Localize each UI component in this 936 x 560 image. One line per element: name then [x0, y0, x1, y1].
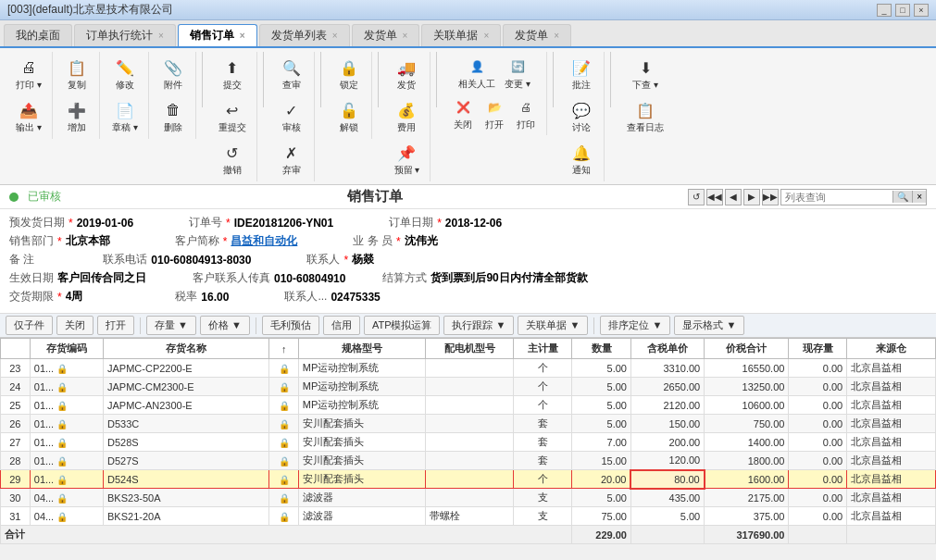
- tab-close-sales-order[interactable]: ×: [240, 31, 245, 41]
- cell-code: 01... 🔒: [30, 452, 103, 470]
- cell-code: 01... 🔒: [30, 415, 103, 433]
- only-children-btn[interactable]: 仅子件: [6, 316, 53, 335]
- view-log-button[interactable]: 📋 查看日志: [622, 96, 668, 137]
- tab-close-related-docs[interactable]: ×: [483, 31, 489, 41]
- last-btn[interactable]: ▶▶: [762, 189, 779, 205]
- related-docs-btn[interactable]: 关联单据 ▼: [518, 316, 588, 335]
- cell-price: 5.00: [630, 507, 704, 526]
- close-doc-button[interactable]: ❌ 关闭: [448, 94, 478, 133]
- related-person-button[interactable]: 👤 相关人工: [455, 54, 499, 93]
- tab-delivery2[interactable]: 发货单 ×: [503, 24, 571, 46]
- cell-unit: 个: [514, 396, 572, 415]
- draft-button[interactable]: 📄 章稿 ▾: [107, 96, 143, 137]
- lock-icon: 🔒: [56, 456, 68, 467]
- cell-name: D527S: [104, 452, 269, 470]
- customer-value[interactable]: 昌益和自动化: [231, 233, 297, 249]
- discuss-button[interactable]: 💬 讨论: [565, 96, 598, 137]
- print-button[interactable]: 🖨 打印 ▾: [11, 54, 46, 94]
- margin-btn[interactable]: 毛利预估: [262, 316, 319, 335]
- toolbar-group-copy: 📋 复制 ➕ 增加: [55, 52, 100, 139]
- tab-close-order-stats[interactable]: ×: [158, 31, 164, 41]
- cell-qty: 5.00: [572, 359, 631, 378]
- add-button[interactable]: ➕ 增加: [60, 96, 94, 137]
- grid-open-btn[interactable]: 打开: [97, 316, 134, 335]
- tab-order-stats[interactable]: 订单执行统计 ×: [74, 24, 176, 46]
- resubmit-button[interactable]: ↩ 重提交: [214, 96, 251, 137]
- table-row[interactable]: 28 01... 🔒 D527S 🔒 安川配套插头 套 15.00 120.00…: [1, 452, 936, 470]
- next-btn[interactable]: ▶: [743, 189, 760, 205]
- close-window-btn[interactable]: ×: [914, 4, 929, 17]
- fee-button[interactable]: 💰 费用: [390, 96, 423, 137]
- refresh-btn[interactable]: ↺: [688, 189, 705, 205]
- delete-icon: 🗑: [162, 99, 184, 121]
- tab-close-delivery2[interactable]: ×: [554, 31, 559, 41]
- table-row[interactable]: 27 01... 🔒 D528S 🔒 安川配套插头 套 7.00 200.00 …: [1, 433, 936, 452]
- annotate-button[interactable]: 📝 批注: [565, 54, 598, 94]
- copy-button[interactable]: 📋 复制: [60, 54, 94, 94]
- tab-delivery[interactable]: 发货单 ×: [352, 24, 420, 46]
- tab-close-delivery[interactable]: ×: [403, 31, 408, 41]
- search-input[interactable]: [781, 190, 892, 205]
- search-button[interactable]: 🔍: [892, 191, 912, 203]
- print-doc-button[interactable]: 🖨 打印: [511, 94, 541, 133]
- toolbar-group-attach: 📎 附件 🗑 删除: [151, 52, 196, 139]
- ship-button[interactable]: 🚚 发货: [390, 54, 423, 94]
- reject-button[interactable]: ✗ 弃审: [275, 139, 308, 180]
- cell-total: 750.00: [705, 415, 789, 433]
- toolbar-group-change: 👤 相关人工 🔄 变更 ▾ ❌ 关闭 📂 打开 🖨 打印: [443, 52, 547, 135]
- unlock-button[interactable]: 🔓 解锁: [332, 96, 366, 137]
- preship-date-field: 预发货日期 * 2019-01-06: [9, 215, 133, 230]
- minimize-btn[interactable]: _: [877, 4, 892, 17]
- tab-my-desk[interactable]: 我的桌面: [4, 24, 72, 46]
- export-button[interactable]: 📤 输出 ▾: [11, 96, 46, 137]
- tab-related-docs[interactable]: 关联单据 ×: [421, 24, 501, 46]
- table-row[interactable]: 26 01... 🔒 D533C 🔒 安川配套插头 套 5.00 150.00 …: [1, 415, 936, 433]
- cell-lock: 🔒: [269, 507, 298, 526]
- search-close-button[interactable]: ×: [912, 191, 926, 203]
- drill-down-button[interactable]: ⬇ 下查 ▾: [628, 54, 663, 94]
- tab-sales-order[interactable]: 销售订单 ×: [178, 24, 257, 46]
- table-row[interactable]: 29 01... 🔒 D524S 🔒 安川配套插头 个 20.00 80.00 …: [1, 470, 936, 489]
- track-btn[interactable]: 执行跟踪 ▼: [443, 316, 514, 335]
- reserve-button[interactable]: 📌 预留 ▾: [390, 139, 425, 180]
- attach-button[interactable]: 📎 附件: [156, 54, 190, 94]
- tab-close-delivery-list[interactable]: ×: [332, 31, 338, 41]
- table-row[interactable]: 23 01... 🔒 JAPMC-CP2200-E 🔒 MP运动控制系统 个 5…: [1, 359, 936, 378]
- maximize-btn[interactable]: □: [895, 4, 910, 17]
- tab-delivery-list[interactable]: 发货单列表 ×: [259, 24, 350, 46]
- submit-button[interactable]: ⬆ 提交: [216, 54, 249, 94]
- cell-name: JAPMC-CP2200-E: [104, 359, 269, 378]
- undo-button[interactable]: ↺ 撤销: [216, 139, 249, 180]
- modify-button[interactable]: ✏️ 修改: [108, 54, 142, 94]
- submit-icon: ⬆: [221, 56, 243, 79]
- check-button[interactable]: 🔍 查审: [275, 54, 308, 94]
- col-header-unit: 主计量: [514, 339, 572, 359]
- notify-button[interactable]: 🔔 通知: [565, 139, 598, 180]
- lock-button[interactable]: 🔒 锁定: [332, 54, 366, 94]
- table-row[interactable]: 30 04... 🔒 BKS23-50A 🔒 滤波器 支 5.00 435.00…: [1, 489, 936, 507]
- separator-2: [256, 317, 256, 334]
- tax-rate-field: 税率 16.00: [175, 289, 229, 305]
- atp-btn[interactable]: ATP模拟运算: [364, 316, 441, 335]
- phone-value: 010-60804913-8030: [151, 254, 251, 267]
- table-row[interactable]: 31 04... 🔒 BKS21-20A 🔒 滤波器 带螺栓 支 75.00 5…: [1, 507, 936, 526]
- first-btn[interactable]: ◀◀: [706, 189, 723, 205]
- table-row[interactable]: 25 01... 🔒 JAPMC-AN2300-E 🔒 MP运动控制系统 个 5…: [1, 396, 936, 415]
- stock-btn[interactable]: 存量 ▼: [146, 316, 196, 335]
- grid-close-btn[interactable]: 关闭: [56, 316, 94, 335]
- prev-btn[interactable]: ◀: [725, 189, 742, 205]
- display-format-btn[interactable]: 显示格式 ▼: [674, 316, 744, 335]
- price-btn[interactable]: 价格 ▼: [200, 316, 250, 335]
- change-button[interactable]: 🔄 变更 ▾: [501, 54, 534, 93]
- open-doc-button[interactable]: 📂 打开: [480, 94, 509, 133]
- delete-button[interactable]: 🗑 删除: [156, 96, 190, 137]
- dept-value: 北京本部: [66, 233, 110, 249]
- table-row[interactable]: 24 01... 🔒 JAPMC-CM2300-E 🔒 MP运动控制系统 个 5…: [1, 378, 936, 396]
- cell-total: 1600.00: [705, 470, 789, 489]
- credit-btn[interactable]: 信用: [323, 316, 360, 335]
- sort-btn[interactable]: 排序定位 ▼: [600, 316, 670, 335]
- title-controls[interactable]: _ □ ×: [877, 4, 929, 17]
- approve-button[interactable]: ✓ 审核: [275, 96, 308, 137]
- col-header-sort[interactable]: ↑: [269, 339, 298, 359]
- summary-total: 317690.00: [705, 526, 789, 544]
